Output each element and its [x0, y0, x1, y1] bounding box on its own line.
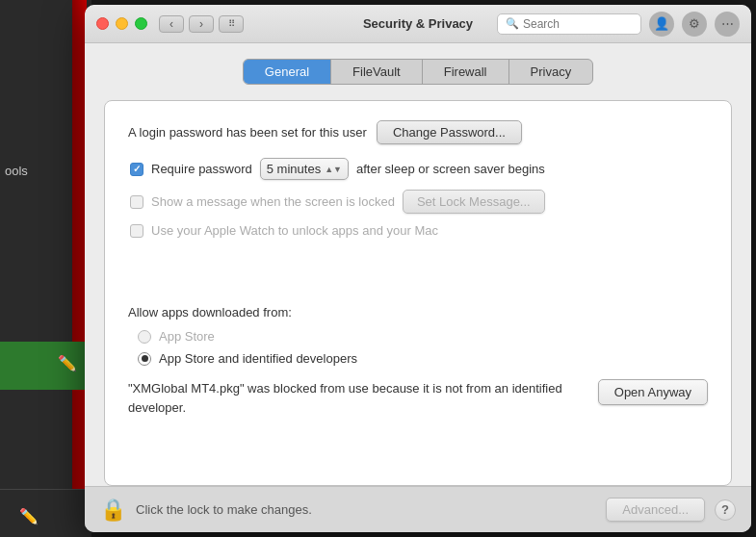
set-lock-message-button: Set Lock Message... [403, 190, 545, 214]
minimize-button[interactable] [116, 17, 128, 30]
lock-icon[interactable]: 🔒 [100, 498, 126, 523]
bg-sidebar-label: ools [5, 164, 28, 178]
open-anyway-button[interactable]: Open Anyway [598, 379, 708, 405]
app-store-identified-radio-row: App Store and identified developers [138, 351, 708, 366]
toolbar-icons: 👤 ⚙ ⋯ [649, 12, 740, 37]
titlebar: ‹ › ⠿ Security & Privacy 🔍 👤 ⚙ ⋯ [85, 5, 751, 43]
apple-watch-label: Use your Apple Watch to unlock apps and … [151, 223, 438, 238]
search-input[interactable] [523, 17, 633, 31]
search-icon: 🔍 [506, 17, 519, 30]
show-message-row: Show a message when the screen is locked… [130, 190, 708, 214]
tab-group-container: General FileVault Firewall Privacy [104, 59, 732, 85]
advanced-button: Advanced... [606, 498, 705, 522]
gear-icon[interactable]: ⚙ [682, 12, 707, 37]
dropdown-arrow-icon: ▲▼ [325, 165, 342, 174]
allow-apps-title: Allow apps downloaded from: [128, 305, 708, 320]
app-store-radio-row: App Store [138, 329, 708, 344]
app-store-identified-radio[interactable] [138, 352, 151, 366]
tab-firewall[interactable]: Firewall [423, 60, 509, 84]
app-store-radio[interactable] [138, 330, 151, 344]
security-privacy-window: ‹ › ⠿ Security & Privacy 🔍 👤 ⚙ ⋯ General… [85, 5, 751, 532]
tab-privacy[interactable]: Privacy [509, 60, 593, 84]
bg-bottom-bar [0, 489, 87, 537]
app-store-identified-label: App Store and identified developers [159, 351, 357, 366]
user-icon[interactable]: 👤 [649, 12, 674, 37]
apple-watch-checkbox[interactable] [130, 224, 143, 238]
help-button[interactable]: ? [715, 499, 736, 521]
maximize-button[interactable] [135, 17, 147, 30]
require-password-row: Require password 5 minutes ▲▼ after slee… [130, 158, 708, 180]
traffic-lights [96, 17, 147, 30]
search-bar[interactable]: 🔍 [497, 13, 641, 35]
bg-bottom-edit-icon: ✏️ [19, 507, 39, 525]
require-password-label: Require password [151, 162, 252, 176]
password-time-dropdown[interactable]: 5 minutes ▲▼ [260, 158, 349, 180]
tab-general[interactable]: General [244, 60, 331, 84]
login-password-text: A login password has been set for this u… [128, 125, 367, 140]
app-store-label: App Store [159, 329, 215, 344]
click-lock-text: Click the lock to make changes. [136, 502, 596, 517]
after-sleep-text: after sleep or screen saver begins [356, 162, 545, 176]
blocked-text: "XMGlobal MT4.pkg" was blocked from use … [128, 379, 585, 417]
apple-watch-row: Use your Apple Watch to unlock apps and … [130, 223, 708, 238]
forward-button[interactable]: › [189, 15, 214, 33]
tab-filevault[interactable]: FileVault [331, 60, 423, 84]
bg-edit-icon: ✏️ [58, 354, 77, 372]
tab-group: General FileVault Firewall Privacy [243, 59, 593, 85]
blocked-app-section: "XMGlobal MT4.pkg" was blocked from use … [128, 379, 708, 417]
change-password-button[interactable]: Change Password... [377, 120, 522, 144]
more-icon[interactable]: ⋯ [715, 12, 740, 37]
allow-apps-section: Allow apps downloaded from: App Store Ap… [128, 305, 708, 417]
require-password-checkbox[interactable] [130, 163, 143, 176]
footer: 🔒 Click the lock to make changes. Advanc… [85, 486, 751, 532]
nav-buttons: ‹ › [159, 15, 214, 33]
grid-button[interactable]: ⠿ [219, 15, 244, 33]
show-message-label: Show a message when the screen is locked [151, 194, 395, 209]
password-time-value: 5 minutes [267, 162, 321, 176]
back-button[interactable]: ‹ [159, 15, 184, 33]
settings-panel: A login password has been set for this u… [104, 100, 732, 486]
close-button[interactable] [96, 17, 109, 30]
content-area: General FileVault Firewall Privacy A log… [85, 43, 751, 486]
show-message-checkbox[interactable] [130, 195, 143, 209]
login-password-row: A login password has been set for this u… [128, 120, 708, 144]
spacer [128, 257, 708, 295]
window-title: Security & Privacy [363, 16, 473, 31]
